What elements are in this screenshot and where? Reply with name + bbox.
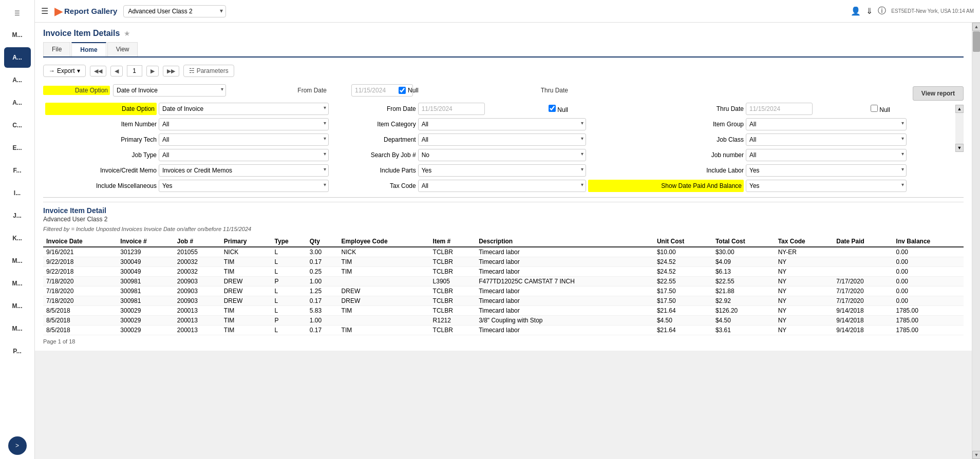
nav-prev-button[interactable]: ◀ — [110, 66, 123, 76]
table-cell: NICK — [221, 247, 272, 257]
scroll-up-button[interactable]: ▲ — [972, 23, 980, 31]
from-date-label-td: From Date — [333, 103, 416, 115]
sidebar-toggle[interactable]: ☰ — [4, 4, 31, 23]
include-misc-select[interactable]: Yes — [159, 180, 329, 192]
item-category-select[interactable]: All — [418, 118, 586, 130]
sidebar-item-m5[interactable]: M... — [4, 318, 31, 339]
sidebar-expand-button[interactable]: > — [8, 436, 27, 455]
job-type-td[interactable]: All — [159, 149, 329, 161]
sidebar-item-i[interactable]: I... — [4, 183, 31, 203]
favorite-star-icon[interactable]: ★ — [124, 29, 130, 37]
parameters-button[interactable]: ☵ Parameters — [183, 65, 234, 77]
sidebar-item-j[interactable]: J... — [4, 205, 31, 226]
item-group-select[interactable]: All — [746, 118, 907, 130]
item-number-select[interactable]: All — [159, 118, 329, 130]
parameters-label: Parameters — [197, 67, 229, 74]
primary-tech-select[interactable]: All — [159, 133, 329, 146]
export-button[interactable]: → Export ▾ — [43, 65, 86, 77]
from-date-null-cb[interactable] — [549, 105, 556, 112]
show-date-paid-label: Show Date Paid And Balance — [588, 180, 744, 192]
search-by-job-label: Search By Job # — [333, 149, 416, 161]
job-class-td[interactable]: All — [746, 133, 907, 146]
include-labor-select[interactable]: Yes — [746, 164, 907, 177]
view-report-button[interactable]: View report — [913, 86, 964, 101]
include-labor-td[interactable]: Yes — [746, 164, 907, 177]
user-icon[interactable]: 👤 — [851, 6, 861, 16]
item-category-td[interactable]: All — [418, 118, 586, 130]
hamburger-icon[interactable]: ☰ — [41, 6, 48, 16]
sidebar-item-e[interactable]: E... — [4, 138, 31, 158]
date-option-select2[interactable]: Date of Invoice — [159, 103, 329, 115]
search-by-job-td[interactable]: No — [418, 149, 586, 161]
param-scroll-down[interactable]: ▼ — [955, 144, 964, 152]
table-cell: 1.00 — [307, 277, 338, 286]
from-date-field[interactable] — [418, 103, 485, 115]
param-scroll-up[interactable]: ▲ — [955, 105, 964, 113]
from-date-input-td[interactable] — [418, 103, 546, 115]
thru-date-input-td[interactable] — [746, 103, 869, 115]
col-inv-balance: Inv Balance — [893, 236, 964, 247]
sidebar-item-m3[interactable]: M... — [4, 273, 31, 294]
table-cell: F477TD12025C CAMSTAT 7 INCH — [476, 277, 654, 286]
sidebar-item-f[interactable]: F... — [4, 160, 31, 181]
from-date-null-checkbox[interactable] — [399, 87, 406, 94]
department-td[interactable]: All — [418, 133, 586, 146]
download-icon[interactable]: ⇓ — [866, 6, 873, 16]
show-date-paid-td[interactable]: Yes — [746, 180, 907, 192]
sidebar-item-m2[interactable]: M... — [4, 251, 31, 271]
tab-home[interactable]: Home — [71, 42, 106, 56]
sidebar-item-a3[interactable]: A... — [4, 92, 31, 113]
primary-tech-td[interactable]: All — [159, 133, 329, 146]
tab-view[interactable]: View — [107, 42, 138, 56]
item-group-td[interactable]: All — [746, 118, 907, 130]
report-dropdown[interactable]: Advanced User Class 2 — [123, 5, 226, 17]
report-section: Invoice Item Detail Advanced User Class … — [43, 202, 964, 345]
nav-first-button[interactable]: ◀◀ — [90, 66, 106, 76]
table-cell: Timecard labor — [476, 257, 654, 267]
item-number-td[interactable]: All — [159, 118, 329, 130]
search-by-job-select[interactable]: No — [418, 149, 586, 161]
include-parts-select[interactable]: Yes — [418, 164, 586, 177]
include-parts-td[interactable]: Yes — [418, 164, 586, 177]
tax-code-select[interactable]: All — [418, 180, 586, 192]
date-option-select[interactable]: Date of Invoice — [113, 84, 226, 97]
table-cell: Timecard labor — [476, 247, 654, 257]
table-cell: 9/16/2021 — [43, 247, 117, 257]
table-cell: 300049 — [117, 267, 174, 277]
table-cell: TCLBR — [430, 267, 476, 277]
scroll-down-button[interactable]: ▼ — [972, 451, 980, 459]
date-option-select-wrap[interactable]: Date of Invoice — [113, 84, 226, 97]
table-cell: 1785.00 — [893, 316, 964, 326]
thru-date-null-cb[interactable] — [871, 105, 878, 112]
sidebar: ☰ M... A... A... A... C... E... F... I..… — [0, 0, 35, 459]
nav-next-button[interactable]: ▶ — [146, 66, 159, 76]
sidebar-item-a1[interactable]: A... — [4, 47, 31, 68]
help-icon[interactable]: ⓘ — [878, 6, 886, 16]
col-type: Type — [272, 236, 307, 247]
sidebar-item-p[interactable]: P... — [4, 341, 31, 361]
job-number-td[interactable]: All — [746, 149, 907, 161]
sidebar-item-a2[interactable]: A... — [4, 70, 31, 90]
report-selector-wrap[interactable]: Advanced User Class 2 — [123, 5, 226, 17]
job-number-select[interactable]: All — [746, 149, 907, 161]
job-type-select[interactable]: All — [159, 149, 329, 161]
show-date-paid-select[interactable]: Yes — [746, 180, 907, 192]
nav-last-button[interactable]: ▶▶ — [163, 66, 179, 76]
invoice-credit-memo-select[interactable]: Invoices or Credit Memos — [159, 164, 329, 177]
sidebar-item-m4[interactable]: M... — [4, 296, 31, 316]
sidebar-item-k[interactable]: K... — [4, 228, 31, 248]
job-class-select[interactable]: All — [746, 133, 907, 146]
date-option-td[interactable]: Date of Invoice — [159, 103, 329, 115]
sidebar-item-m1[interactable]: M... — [4, 25, 31, 45]
scroll-thumb[interactable] — [973, 31, 980, 52]
department-select[interactable]: All — [418, 133, 586, 146]
report-title: Invoice Item Detail — [43, 206, 964, 215]
include-misc-td[interactable]: Yes — [159, 180, 329, 192]
sidebar-item-c[interactable]: C... — [4, 115, 31, 136]
invoice-credit-memo-td[interactable]: Invoices or Credit Memos — [159, 164, 329, 177]
tab-file[interactable]: File — [43, 42, 70, 56]
table-cell: TIM — [221, 306, 272, 316]
table-cell: 9/14/2018 — [833, 326, 893, 335]
tax-code-td[interactable]: All — [418, 180, 586, 192]
thru-date-field[interactable] — [746, 103, 813, 115]
